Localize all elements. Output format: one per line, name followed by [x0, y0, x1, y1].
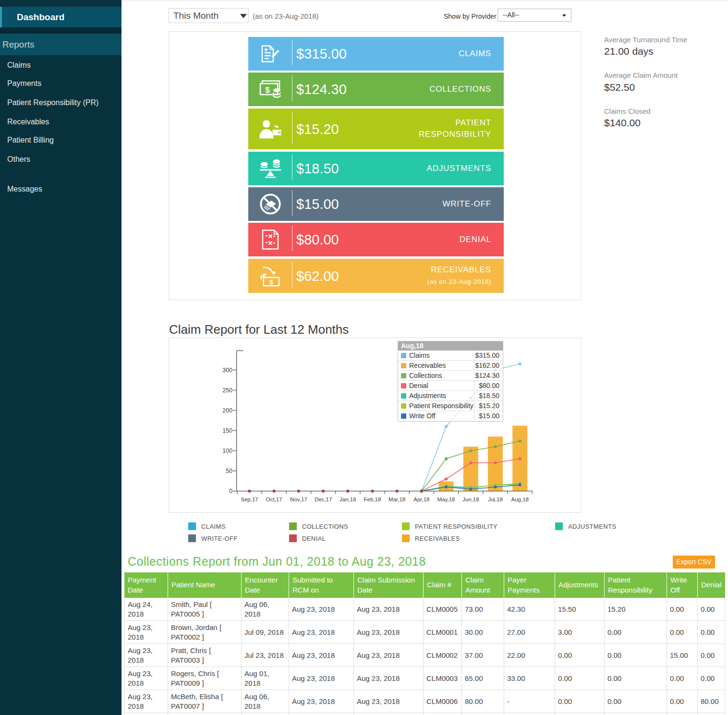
svg-text:Dec,17: Dec,17 [315, 497, 332, 502]
svg-text:Oct,17: Oct,17 [266, 497, 282, 502]
svg-text:Feb,18: Feb,18 [364, 497, 381, 502]
svg-text:200: 200 [222, 407, 232, 414]
svg-text:$: $ [269, 279, 273, 286]
svg-text:0: 0 [229, 488, 232, 495]
svg-text:Apr,18: Apr,18 [413, 497, 429, 502]
svg-text:Aug,18: Aug,18 [511, 497, 528, 502]
svg-text:Nov,17: Nov,17 [290, 497, 307, 502]
svg-text:Mar,18: Mar,18 [388, 497, 405, 502]
svg-text:Sep,17: Sep,17 [241, 497, 258, 502]
svg-text:Jun,18: Jun,18 [462, 497, 479, 502]
svg-text:150: 150 [222, 427, 232, 434]
svg-text:Jul,18: Jul,18 [488, 497, 503, 502]
svg-text:300: 300 [222, 367, 232, 374]
svg-text:100: 100 [222, 448, 232, 454]
svg-text:250: 250 [222, 387, 232, 394]
svg-text:$: $ [265, 85, 270, 95]
svg-text:May,18: May,18 [437, 497, 455, 502]
svg-text:50: 50 [226, 468, 232, 474]
svg-text:Jan,18: Jan,18 [340, 497, 356, 502]
